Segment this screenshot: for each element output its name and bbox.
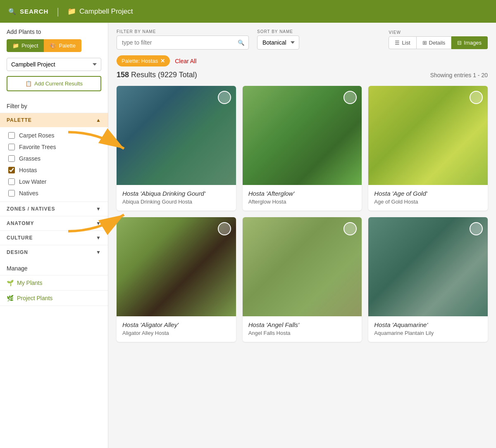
checkbox-carpet-roses[interactable]	[8, 132, 15, 139]
filter-item-natives[interactable]: Natives	[0, 187, 108, 199]
results-count-text: Results (9229 Total)	[131, 71, 197, 79]
view-details-button[interactable]: ⊞ Details	[417, 36, 452, 49]
plant-card-1-info: Hosta 'Abiqua Drinking Gourd' Abiqua Dri…	[117, 185, 236, 211]
header-project[interactable]: 📁 Campbell Project	[67, 7, 133, 16]
plant-card-6[interactable]: Hosta 'Aquamarine' Aquamarine Plantain L…	[368, 217, 488, 342]
add-plants-section: Add Plants to 📁 Project 🎨 Palette Campbe…	[0, 23, 108, 97]
checkbox-low-water[interactable]	[8, 178, 15, 185]
project-plants-button[interactable]: 🌿 Project Plants	[0, 290, 108, 306]
header-search-link[interactable]: 🔍 SEARCH	[8, 8, 48, 15]
plant-image-hosta-alley	[117, 217, 236, 316]
project-plants-icon: 🌿	[7, 295, 14, 301]
label-grasses: Grasses	[19, 155, 41, 162]
sort-select[interactable]: Botanical Common	[257, 36, 299, 50]
plant-card-2-info: Hosta 'Afterglow' Afterglow Hosta	[243, 185, 362, 211]
view-section: VIEW ☰ List ⊞ Details ⊟ Images	[389, 30, 488, 49]
palette-icon: 🎨	[50, 43, 56, 49]
images-icon: ⊟	[457, 40, 462, 46]
list-icon: ☰	[395, 40, 400, 46]
plant-card-5-info: Hosta 'Angel Falls' Angel Falls Hosta	[243, 316, 362, 342]
plant-card-4-image	[117, 217, 236, 316]
palette-hostas-tag[interactable]: Palette: Hostas ✕	[117, 55, 170, 66]
palette-btn-label: Palette	[59, 43, 75, 49]
filter-item-grasses[interactable]: Grasses	[0, 153, 108, 164]
design-collapse-icon: ▼	[96, 249, 101, 255]
label-carpet-roses: Carpet Roses	[19, 132, 55, 139]
filter-item-hostas[interactable]: Hostas	[0, 164, 108, 176]
plant-select-circle-6[interactable]	[470, 222, 483, 235]
results-count-number: 158	[117, 71, 129, 79]
main-inner: FILTER BY NAME 🔍 SORT BY NAME Botanical …	[108, 23, 496, 348]
filter-name-input[interactable]	[117, 36, 249, 50]
plant-name-1: Hosta 'Abiqua Drinking Gourd'	[122, 190, 230, 197]
culture-collapse-icon: ▼	[96, 235, 101, 241]
checkbox-favorite-trees[interactable]	[8, 144, 15, 150]
plant-card-2[interactable]: Hosta 'Afterglow' Afterglow Hosta	[243, 86, 362, 211]
label-favorite-trees: Favorite Trees	[19, 144, 56, 150]
filter-name-section: FILTER BY NAME 🔍	[117, 29, 249, 50]
plant-card-6-info: Hosta 'Aquamarine' Aquamarine Plantain L…	[368, 316, 488, 342]
details-icon: ⊞	[422, 40, 427, 46]
add-plants-label: Add Plants to	[7, 28, 101, 35]
palette-filter-label: PALETTE	[7, 117, 32, 123]
zones-filter-header[interactable]: ZONES / NATIVES ▼	[0, 201, 108, 216]
filter-item-low-water[interactable]: Low Water	[0, 176, 108, 187]
clear-all-button[interactable]: Clear All	[175, 58, 196, 64]
filter-input-wrap: 🔍	[117, 36, 249, 50]
main-content: FILTER BY NAME 🔍 SORT BY NAME Botanical …	[108, 23, 496, 448]
anatomy-filter-header[interactable]: ANATOMY ▼	[0, 216, 108, 230]
project-icon: 📁	[12, 43, 19, 49]
checkbox-natives[interactable]	[8, 190, 15, 197]
design-filter-label: DESIGN	[7, 249, 28, 255]
search-submit-button[interactable]: 🔍	[238, 40, 245, 46]
filter-name-label: FILTER BY NAME	[117, 29, 249, 34]
anatomy-filter-label: ANATOMY	[7, 220, 34, 226]
view-images-button[interactable]: ⊟ Images	[451, 36, 488, 49]
view-buttons: ☰ List ⊞ Details ⊟ Images	[389, 36, 488, 49]
add-current-results-button[interactable]: 📋 Add Current Results	[7, 76, 101, 91]
plant-common-1: Abiqua Drinking Gourd Hosta	[122, 199, 230, 205]
folder-icon: 📁	[67, 7, 76, 16]
filter-item-favorite-trees[interactable]: Favorite Trees	[0, 141, 108, 153]
results-header: 158 Results (9229 Total) Showing entries…	[117, 71, 488, 79]
plant-common-4: Aligator Alley Hosta	[122, 330, 230, 336]
view-list-label: List	[402, 40, 410, 46]
plant-common-3: Age of Gold Hosta	[374, 199, 482, 205]
plant-grid: Hosta 'Abiqua Drinking Gourd' Abiqua Dri…	[117, 86, 488, 342]
plant-card-5-image	[243, 217, 362, 316]
checkbox-grasses[interactable]	[8, 155, 15, 162]
plant-card-1[interactable]: Hosta 'Abiqua Drinking Gourd' Abiqua Dri…	[117, 86, 236, 211]
filter-item-carpet-roses[interactable]: Carpet Roses	[0, 130, 108, 141]
plant-select-circle-1[interactable]	[218, 91, 231, 104]
design-filter-header[interactable]: DESIGN ▼	[0, 245, 108, 259]
my-plants-button[interactable]: 🌱 My Plants	[0, 275, 108, 290]
view-list-button[interactable]: ☰ List	[389, 36, 416, 49]
plant-common-6: Aquamarine Plantain Lily	[374, 330, 482, 336]
plant-card-2-image	[243, 86, 362, 185]
filter-by-label: Filter by	[0, 97, 108, 113]
header-project-label: Campbell Project	[79, 7, 133, 16]
plant-name-3: Hosta 'Age of Gold'	[374, 190, 482, 197]
header-search-label: SEARCH	[20, 8, 48, 15]
culture-filter-header[interactable]: CULTURE ▼	[0, 230, 108, 245]
palette-filter-header[interactable]: PALETTE ▲	[0, 113, 108, 127]
my-plants-label: My Plants	[17, 280, 42, 286]
header: 🔍 SEARCH | 📁 Campbell Project	[0, 0, 496, 23]
plant-select-circle-3[interactable]	[470, 91, 483, 104]
plant-select-circle-4[interactable]	[218, 222, 231, 235]
checkbox-hostas[interactable]	[8, 167, 15, 173]
results-count: 158 Results (9229 Total)	[117, 71, 197, 79]
plant-card-4-info: Hosta 'Aligator Alley' Aligator Alley Ho…	[117, 316, 236, 342]
project-select[interactable]: Campbell Project	[7, 58, 101, 71]
plant-card-4[interactable]: Hosta 'Aligator Alley' Aligator Alley Ho…	[117, 217, 236, 342]
add-results-label: Add Current Results	[34, 81, 83, 87]
project-button[interactable]: 📁 Project	[7, 39, 44, 52]
plant-card-5[interactable]: Hosta 'Angel Falls' Angel Falls Hosta	[243, 217, 362, 342]
palette-button[interactable]: 🎨 Palette	[44, 39, 81, 52]
filter-tag-close-icon[interactable]: ✕	[160, 58, 165, 64]
top-bar: FILTER BY NAME 🔍 SORT BY NAME Botanical …	[117, 29, 488, 50]
plant-common-2: Afterglow Hosta	[248, 199, 356, 205]
zones-filter-label: ZONES / NATIVES	[7, 206, 55, 212]
label-hostas: Hostas	[19, 167, 37, 173]
plant-card-3[interactable]: Hosta 'Age of Gold' Age of Gold Hosta	[368, 86, 488, 211]
